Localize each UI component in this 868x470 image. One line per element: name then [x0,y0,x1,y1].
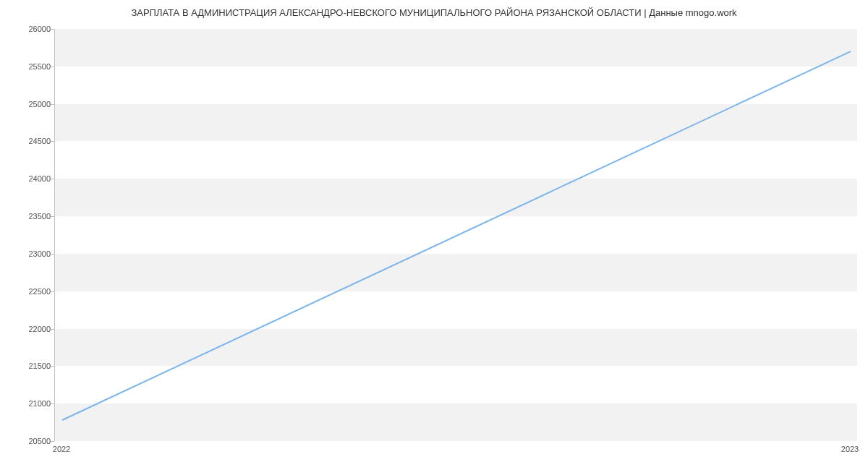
y-tick-label: 25500 [7,62,51,71]
y-tick-label: 21500 [7,362,51,370]
y-tick-label: 23500 [7,212,51,221]
x-tick-label: 2022 [53,445,70,453]
y-tick-label: 25000 [7,100,51,108]
y-tick-mark [51,254,54,255]
line-layer [55,29,857,440]
y-tick-label: 23000 [7,249,51,258]
y-tick-mark [51,67,54,67]
y-tick-mark [51,141,54,142]
plot-area [54,29,857,441]
y-tick-label: 26000 [7,25,51,33]
chart-container: ЗАРПЛАТА В АДМИНИСТРАЦИЯ АЛЕКСАНДРО-НЕВС… [0,0,868,470]
y-tick-label: 24500 [7,137,51,145]
y-tick-mark [51,403,54,404]
y-tick-label: 21000 [7,399,51,408]
y-tick-mark [51,216,54,217]
y-tick-mark [51,179,54,179]
data-line [62,51,851,420]
y-tick-label: 22000 [7,325,51,333]
y-tick-mark [51,29,54,30]
y-tick-mark [51,441,54,442]
y-tick-label: 24000 [7,174,51,183]
y-tick-mark [51,104,54,105]
y-tick-mark [51,329,54,330]
x-tick-label: 2023 [841,445,859,453]
chart-title: ЗАРПЛАТА В АДМИНИСТРАЦИЯ АЛЕКСАНДРО-НЕВС… [0,7,868,18]
y-tick-label: 20500 [7,437,51,445]
y-tick-label: 22500 [7,287,51,296]
y-tick-mark [51,291,54,292]
y-tick-mark [51,366,54,367]
